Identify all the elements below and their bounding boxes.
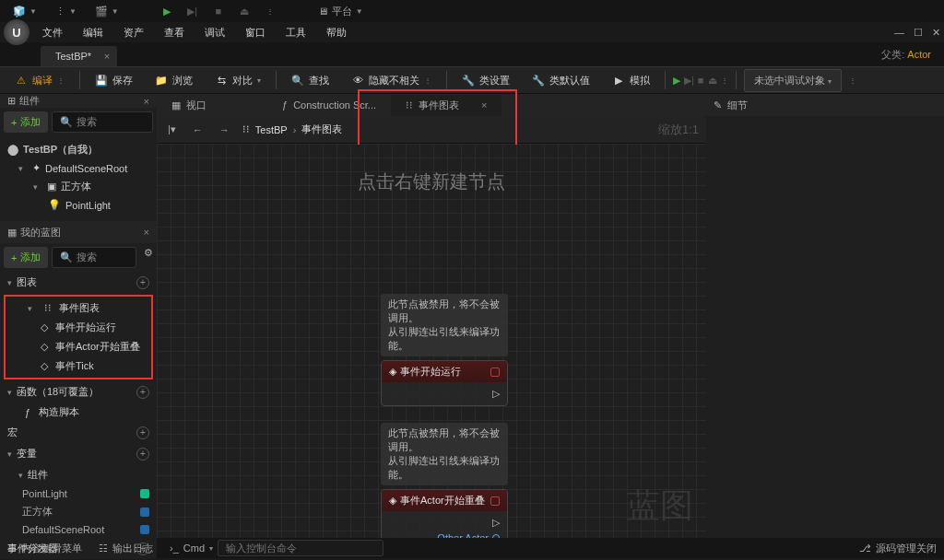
variable-item[interactable]: DefaultSceneRoot — [0, 521, 157, 538]
blueprint-node[interactable]: ◈事件开始运行 ▷ — [381, 360, 508, 406]
event-graph-tab[interactable]: ⁝⁝事件图表× — [391, 95, 502, 116]
function-icon: ƒ — [282, 99, 288, 111]
class-defaults-button[interactable]: 🔧类默认值 — [525, 70, 597, 91]
add-blueprint-button[interactable]: + 添加 — [4, 247, 48, 268]
find-button[interactable]: 🔍查找 — [284, 70, 336, 91]
nav-menu-button[interactable]: |▾ — [164, 122, 180, 137]
components-var-group[interactable]: ▾组件 — [0, 464, 157, 485]
chevron-down-icon[interactable]: ⋮ — [721, 76, 728, 85]
my-blueprint-panel-tab[interactable]: ▦ 我的蓝图 × — [7, 226, 149, 239]
blueprint-tab[interactable]: TestBP* × — [41, 46, 117, 66]
macros-section[interactable]: 宏+ — [0, 422, 157, 443]
eject-icon[interactable]: ⏏ — [708, 75, 717, 87]
menu-asset[interactable]: 资产 — [114, 23, 153, 42]
save-button[interactable]: 💾保存 — [88, 70, 140, 91]
event-item[interactable]: ◇事件Actor开始重叠 — [6, 337, 151, 356]
platform-dropdown[interactable]: 🖥平台▼ — [313, 3, 369, 20]
delegate-pin[interactable] — [490, 368, 500, 377]
puzzle-icon: ⊞ — [7, 95, 16, 107]
maximize-button[interactable]: ☐ — [914, 27, 923, 39]
menu-help[interactable]: 帮助 — [317, 23, 356, 42]
stop-icon[interactable]: ■ — [209, 2, 228, 20]
toolbar: ⚠编译⋮ 💾保存 📁浏览 ⇆对比▾ 🔍查找 👁隐藏不相关⋮ 🔧类设置 🔧类默认值… — [0, 66, 944, 94]
play-options-dropdown[interactable]: ⋮ — [261, 6, 279, 18]
main-area: ▦视口 ƒConstruction Scr... ⁝⁝事件图表× |▾ ← → … — [157, 94, 706, 538]
breadcrumb: ⁝⁝ TestBP › 事件图表 — [242, 122, 343, 136]
functions-section[interactable]: ▾函数（18可覆盖）+ — [0, 381, 157, 402]
close-icon[interactable]: × — [144, 227, 149, 238]
variable-item[interactable]: 正方体 — [0, 502, 157, 521]
cinematics-dropdown[interactable]: 🎬▼ — [89, 4, 124, 19]
add-icon[interactable]: + — [136, 276, 149, 289]
play-icon[interactable]: ▶ — [158, 2, 176, 20]
variables-section[interactable]: ▾变量+ — [0, 443, 157, 464]
close-icon[interactable]: × — [481, 99, 487, 111]
chevron-down-icon[interactable]: ⋮ — [849, 76, 856, 85]
variable-item[interactable]: PointLight — [0, 485, 157, 502]
breadcrumb-root[interactable]: TestBP — [255, 124, 288, 135]
viewport-tab[interactable]: ▦视口 — [157, 95, 221, 116]
source-control-button[interactable]: ⎇源码管理关闭 — [859, 542, 937, 555]
function-item[interactable]: ƒ构造脚本 — [0, 402, 157, 422]
add-icon[interactable]: + — [136, 386, 149, 399]
minimize-button[interactable]: — — [894, 27, 904, 39]
add-component-button[interactable]: + 添加 — [4, 111, 48, 133]
diff-button[interactable]: ⇆对比▾ — [207, 70, 268, 91]
add-icon[interactable]: + — [136, 448, 149, 461]
graph-viewport[interactable]: 点击右键新建节点 此节点被禁用，将不会被调用。从引脚连出引线来编译功能。 ◈事件… — [157, 144, 706, 538]
skip-icon[interactable]: ▶| — [684, 75, 694, 87]
menu-window[interactable]: 窗口 — [236, 23, 275, 42]
menu-debug[interactable]: 调试 — [195, 23, 234, 42]
blueprint-node[interactable]: ◈事件Actor开始重叠 ▷ Other Actor — [381, 489, 508, 538]
stop-icon[interactable]: ■ — [698, 75, 704, 86]
node-header[interactable]: ◈事件Actor开始重叠 — [382, 490, 507, 511]
event-item[interactable]: ◇事件Tick — [6, 356, 151, 376]
gear-icon[interactable]: ⚙ — [144, 247, 153, 268]
search-input[interactable]: 🔍 搜索 — [52, 247, 136, 268]
search-icon: 🔍 — [60, 116, 73, 127]
exec-pin-out[interactable]: ▷ — [492, 388, 500, 400]
dispatchers-section[interactable]: 事件分发器+ — [0, 538, 157, 559]
tree-root[interactable]: ⬤TestBP（自我） — [0, 140, 157, 159]
tree-item[interactable]: 💡PointLight — [0, 196, 157, 214]
eject-icon[interactable]: ⏏ — [235, 2, 254, 20]
tree-item[interactable]: ▾✦DefaultSceneRoot — [0, 159, 157, 177]
graphs-section[interactable]: ▾图表+ — [0, 272, 157, 293]
class-settings-button[interactable]: 🔧类设置 — [454, 70, 517, 91]
close-icon[interactable]: × — [144, 96, 149, 107]
skip-icon[interactable]: ▶| — [183, 2, 202, 20]
construction-tab[interactable]: ƒConstruction Scr... — [267, 96, 391, 114]
delegate-pin[interactable] — [490, 496, 500, 506]
hide-unrelated-button[interactable]: 👁隐藏不相关⋮ — [344, 70, 439, 91]
marketplace-dropdown[interactable]: ⋮▼ — [50, 4, 82, 19]
browse-button[interactable]: 📁浏览 — [148, 70, 200, 91]
add-icon[interactable]: + — [136, 426, 149, 439]
node-header[interactable]: ◈事件开始运行 — [382, 361, 507, 382]
forward-button[interactable]: → — [216, 122, 233, 137]
menu-view[interactable]: 查看 — [155, 23, 194, 42]
add-icon[interactable]: + — [136, 542, 149, 555]
play-icon[interactable]: ▶ — [673, 75, 680, 87]
add-content-dropdown[interactable]: 🧊▼ — [7, 4, 42, 19]
compile-button[interactable]: ⚠编译⋮ — [7, 70, 72, 91]
menu-edit[interactable]: 编辑 — [74, 23, 112, 42]
event-item[interactable]: ◇事件开始运行 — [6, 318, 151, 337]
simulation-button[interactable]: ▶模拟 — [605, 70, 657, 91]
breadcrumb-leaf[interactable]: 事件图表 — [301, 122, 342, 136]
debug-object-select[interactable]: 未选中调试对象 ▾ — [744, 69, 842, 92]
tree-item[interactable]: ▾▣正方体 — [0, 177, 157, 196]
app-titlebar: 🧊▼ ⋮▼ 🎬▼ ▶ ▶| ■ ⏏ ⋮ 🖥平台▼ — [0, 0, 944, 22]
close-icon[interactable]: × — [104, 51, 110, 62]
event-graph-item[interactable]: ▾⁝⁝事件图表 — [6, 298, 151, 318]
search-input[interactable]: 🔍 搜索 — [52, 111, 153, 133]
film-icon: 🎬 — [95, 6, 108, 18]
menu-file[interactable]: 文件 — [33, 23, 72, 42]
back-button[interactable]: ← — [189, 122, 206, 137]
parent-class-link[interactable]: 父类: Actor — [868, 43, 944, 66]
close-button[interactable]: ✕ — [932, 27, 940, 39]
cmd-input[interactable] — [218, 540, 384, 556]
menu-tools[interactable]: 工具 — [277, 23, 315, 42]
components-panel-tab[interactable]: ⊞ 组件 × — [7, 94, 149, 108]
data-pin-out[interactable]: Other Actor — [437, 532, 500, 538]
exec-pin-out[interactable]: ▷ — [492, 517, 500, 529]
